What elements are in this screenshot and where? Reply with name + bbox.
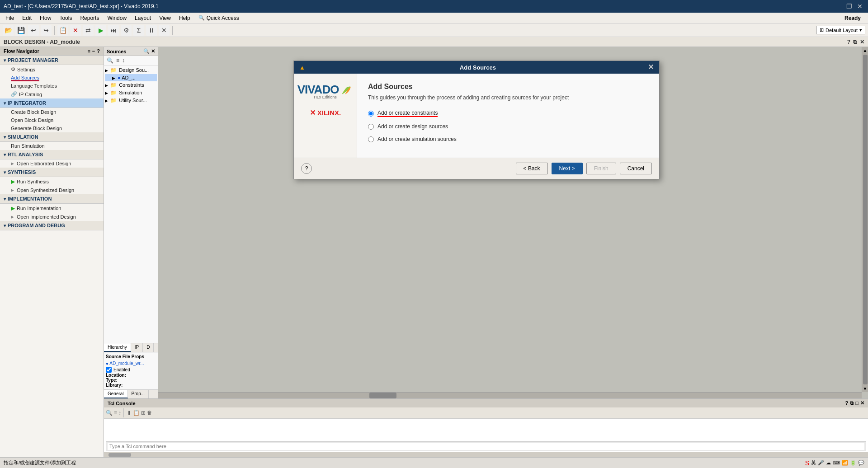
radio-design-option[interactable]: Add or create design sources xyxy=(368,123,648,130)
toolbar-sum-btn[interactable]: Σ xyxy=(133,25,144,36)
sources-search-icon[interactable]: 🔍 xyxy=(143,48,150,54)
tree-constraints[interactable]: ▶ 📁 Constraints xyxy=(105,81,157,89)
nav-item-run-simulation[interactable]: Run Simulation xyxy=(0,142,104,150)
radio-constraints-option[interactable]: Add or create constraints xyxy=(368,110,648,117)
toolbar-pause-btn[interactable]: ⏸ xyxy=(146,25,157,36)
dialog-back-button[interactable]: < Back xyxy=(516,163,548,174)
radio-design[interactable] xyxy=(368,124,374,130)
tcl-close-icon[interactable]: ✕ xyxy=(860,400,864,406)
flow-nav-icon2[interactable]: − xyxy=(92,48,95,54)
close-button[interactable]: ✕ xyxy=(855,2,864,11)
radio-constraints[interactable] xyxy=(368,111,374,117)
nav-item-open-implemented[interactable]: ▶ Open Implemented Design xyxy=(0,213,104,221)
bd-close-icon[interactable]: ✕ xyxy=(860,39,864,45)
dialog-title-icon: ▲ xyxy=(299,64,305,71)
source-file-props-header: Source File Props xyxy=(106,354,156,360)
tcl-search-btn[interactable]: 🔍 xyxy=(106,410,113,416)
sources-search-btn[interactable]: 🔍 xyxy=(106,57,114,64)
enabled-checkbox[interactable] xyxy=(106,367,112,373)
tree-ad-module[interactable]: ▶ ● AD_... xyxy=(105,74,157,81)
menu-layout[interactable]: Layout xyxy=(131,14,155,22)
nav-item-language-templates[interactable]: Language Templates xyxy=(0,82,104,90)
tree-utility[interactable]: ▶ 📁 Utility Sour... xyxy=(105,97,157,104)
menu-edit[interactable]: Edit xyxy=(19,14,35,22)
sources-close-icon[interactable]: ✕ xyxy=(151,48,155,54)
toolbar-copy-btn[interactable]: 📋 xyxy=(57,25,68,36)
nav-item-open-block-design[interactable]: Open Block Design xyxy=(0,116,104,124)
tab-hierarchy[interactable]: Hierarchy xyxy=(104,343,131,352)
dialog-help-button[interactable]: ? xyxy=(301,163,312,174)
dialog-next-button[interactable]: Next > xyxy=(552,163,583,174)
nav-item-add-sources[interactable]: Add Sources xyxy=(0,74,104,82)
tcl-pause-btn[interactable]: ⏸ xyxy=(126,410,132,416)
layout-dropdown[interactable]: ⊞ Default Layout ▾ xyxy=(816,26,865,34)
toolbar-stop-btn[interactable]: ✕ xyxy=(159,25,170,36)
tcl-collapse-btn[interactable]: ≡ xyxy=(114,410,117,416)
toolbar-connect-btn[interactable]: ⇄ xyxy=(83,25,94,36)
tree-design-sources[interactable]: ▶ 📁 Design Sou... xyxy=(105,66,157,74)
tab-ip[interactable]: IP xyxy=(131,343,143,352)
toolbar-step-btn[interactable]: ⏭ xyxy=(108,25,119,36)
maximize-button[interactable]: ❐ xyxy=(844,2,854,11)
nav-item-run-implementation[interactable]: ▶ Run Implementation xyxy=(0,204,104,213)
nav-item-open-elaborated[interactable]: ▶ Open Elaborated Design xyxy=(0,159,104,168)
library-label: Library: xyxy=(106,383,123,388)
tcl-restore-icon[interactable]: ⧉ xyxy=(850,400,854,406)
radio-simulation-option[interactable]: Add or create simulation sources xyxy=(368,136,648,142)
toolbar-save-btn[interactable]: 💾 xyxy=(15,25,26,36)
nav-section-ip-integrator[interactable]: ▾ IP INTEGRATOR xyxy=(0,98,104,108)
toolbar-delete-btn[interactable]: ✕ xyxy=(70,25,81,36)
nav-item-create-block-design[interactable]: Create Block Design xyxy=(0,108,104,116)
toolbar-undo-btn[interactable]: ↩ xyxy=(28,25,39,36)
prop-tab-general[interactable]: General xyxy=(104,390,128,398)
nav-item-ip-catalog[interactable]: 🔗 IP Catalog xyxy=(0,90,104,98)
tcl-maximize-icon[interactable]: □ xyxy=(855,400,859,406)
nav-item-settings[interactable]: ⚙ Settings xyxy=(0,65,104,74)
nav-section-rtl[interactable]: ▾ RTL ANALYSIS xyxy=(0,150,104,159)
tab-d[interactable]: D xyxy=(143,343,154,352)
radio-simulation[interactable] xyxy=(368,136,374,142)
nav-section-project-manager[interactable]: ▾ PROJECT MANAGER xyxy=(0,56,104,65)
bd-restore-icon[interactable]: ⧉ xyxy=(853,39,857,45)
menu-window[interactable]: Window xyxy=(104,14,130,22)
dialog-cancel-button[interactable]: Cancel xyxy=(620,163,652,174)
tcl-input-field[interactable] xyxy=(108,443,864,450)
nav-item-run-synthesis[interactable]: ▶ Run Synthesis xyxy=(0,177,104,186)
sources-collapse-btn[interactable]: ≡ xyxy=(115,57,120,64)
menu-help[interactable]: Help xyxy=(175,14,194,22)
prop-enabled-row: Enabled xyxy=(106,367,156,373)
quick-access-label[interactable]: Quick Access xyxy=(207,15,239,21)
toolbar-open-btn[interactable]: 📂 xyxy=(3,25,14,36)
nav-item-generate-block-design[interactable]: Generate Block Design xyxy=(0,124,104,132)
sources-sort-btn[interactable]: ↕ xyxy=(121,57,126,64)
toolbar-redo-btn[interactable]: ↪ xyxy=(41,25,52,36)
nav-section-synthesis[interactable]: ▾ SYNTHESIS xyxy=(0,168,104,177)
dialog-close-button[interactable]: ✕ xyxy=(648,64,654,71)
menu-flow[interactable]: Flow xyxy=(36,14,55,22)
flow-nav-icon1[interactable]: ≡ xyxy=(87,48,90,54)
menu-file[interactable]: File xyxy=(2,14,18,22)
toolbar-run-btn[interactable]: ▶ xyxy=(95,25,106,36)
window-title: AD_test - [C:/Users/22175/AD_test/AD_tes… xyxy=(4,3,159,9)
nav-section-implementation[interactable]: ▾ IMPLEMENTATION xyxy=(0,194,104,204)
tcl-table-btn[interactable]: ⊞ xyxy=(141,410,146,416)
dialog-finish-button[interactable]: Finish xyxy=(586,163,616,174)
prop-tab-properties[interactable]: Prop... xyxy=(128,390,149,398)
bd-help-icon[interactable]: ? xyxy=(847,39,850,45)
tcl-copy-btn[interactable]: 📋 xyxy=(133,410,140,416)
tcl-scroll-thumb[interactable] xyxy=(108,453,131,457)
minimize-button[interactable]: — xyxy=(834,2,843,11)
nav-section-simulation[interactable]: ▾ SIMULATION xyxy=(0,132,104,142)
nav-item-open-synthesized[interactable]: ▶ Open Synthesized Design xyxy=(0,186,104,194)
tcl-sort-btn[interactable]: ↕ xyxy=(118,410,121,416)
menu-tools[interactable]: Tools xyxy=(56,14,75,22)
flow-nav-help-icon[interactable]: ? xyxy=(97,48,100,54)
tcl-help-icon[interactable]: ? xyxy=(845,400,849,406)
tcl-delete-btn[interactable]: 🗑 xyxy=(147,410,152,416)
toolbar-settings-btn[interactable]: ⚙ xyxy=(121,25,132,36)
tcl-scrollbar[interactable] xyxy=(104,452,868,457)
tree-simulation[interactable]: ▶ 📁 Simulation xyxy=(105,89,157,97)
menu-reports[interactable]: Reports xyxy=(76,14,103,22)
menu-view[interactable]: View xyxy=(156,14,175,22)
nav-section-program-debug[interactable]: ▾ PROGRAM AND DEBUG xyxy=(0,221,104,230)
